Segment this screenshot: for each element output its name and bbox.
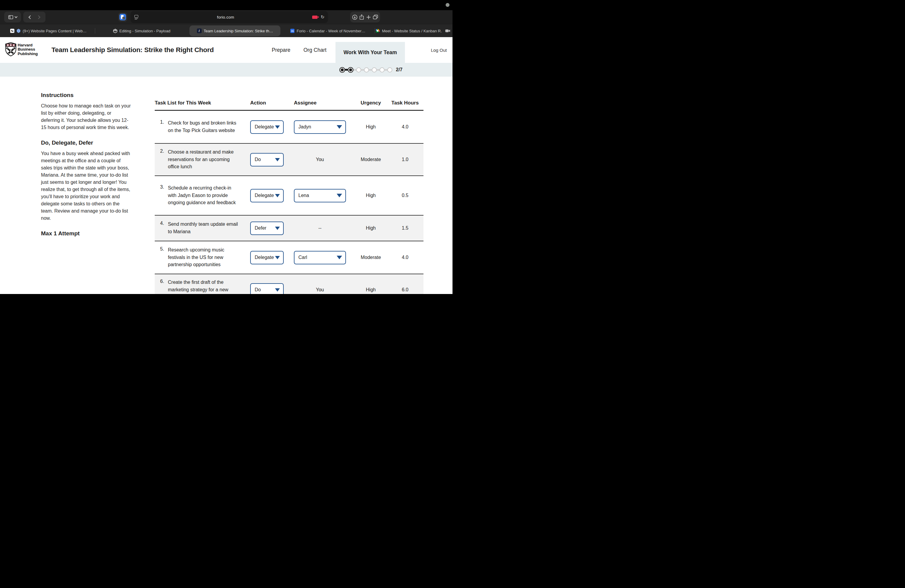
scenario-text: You have a busy week ahead packed with m… xyxy=(41,150,132,222)
hours-value: 4.0 xyxy=(387,255,424,260)
page-settings-icon[interactable] xyxy=(134,15,139,19)
tab-forio-calendar[interactable]: 31 Forio - Calendar - Week of November… xyxy=(282,25,373,36)
col-action-header: Action xyxy=(250,100,294,106)
assignee-dropdown[interactable]: Carl xyxy=(294,251,346,264)
action-dropdown[interactable]: Delegate xyxy=(250,189,284,202)
tab-team-leadership-sim-active[interactable]: / Team Leadership Simulation: Strike th… xyxy=(189,25,280,36)
progress-step-todo xyxy=(387,67,392,72)
dropdown-arrow-icon xyxy=(275,194,280,197)
tab-website-pages[interactable]: N (9+) Website Pages Content | Web… xyxy=(3,25,94,36)
tab-title: Editing - Simulation - Payload xyxy=(119,29,171,33)
hbp-logo: Harvard Business Publishing xyxy=(5,42,38,56)
do-delegate-defer-heading: Do, Delegate, Defer xyxy=(41,140,132,146)
sidebar-toggle-button[interactable] xyxy=(4,12,21,22)
hbp-logo-text: Harvard Business Publishing xyxy=(17,42,38,56)
tab-separator xyxy=(95,28,95,33)
page-header: Harvard Business Publishing Team Leaders… xyxy=(0,37,452,63)
hours-value: 4.0 xyxy=(387,124,424,130)
simulation-page: Harvard Business Publishing Team Leaders… xyxy=(0,37,452,294)
assignee-dropdown[interactable]: Lena xyxy=(294,189,346,202)
col-assignee-header: Assignee xyxy=(294,100,355,106)
password-extension-icon xyxy=(119,14,126,21)
history-nav-group xyxy=(23,12,46,22)
password-extension-button[interactable] xyxy=(118,13,127,22)
col-urgency-header: Urgency xyxy=(355,100,387,106)
dropdown-arrow-icon xyxy=(275,256,280,259)
logout-link[interactable]: Log Out xyxy=(431,37,447,63)
dropdown-arrow-icon xyxy=(275,126,280,129)
forio-slash-icon: / xyxy=(197,29,202,33)
task-number: 6. xyxy=(160,279,165,294)
google-meet-icon xyxy=(376,29,380,33)
toolbar-actions xyxy=(350,12,380,22)
task-text: Choose a restaurant and make reservation… xyxy=(168,148,238,171)
action-dropdown[interactable]: Do xyxy=(250,153,284,167)
tab-meet[interactable]: Meet - Website Status / Kanban R… xyxy=(376,25,450,36)
reload-icon[interactable]: ↻ xyxy=(321,14,324,20)
hours-value: 0.5 xyxy=(387,193,424,198)
new-tab-icon[interactable] xyxy=(366,15,371,19)
progress-connector xyxy=(377,69,379,71)
table-row: 6.Create the first draft of the marketin… xyxy=(155,273,424,294)
tab-title: Meet - Website Status / Kanban R… xyxy=(382,29,442,33)
browser-toolbar: forio.com ↻ xyxy=(0,10,452,24)
forward-icon[interactable] xyxy=(37,15,40,19)
url-bar[interactable]: forio.com ↻ xyxy=(130,11,328,23)
tab-separator xyxy=(375,28,375,33)
hours-value: 1.5 xyxy=(387,226,424,231)
nav-work-with-your-team[interactable]: Work With Your Team xyxy=(335,42,405,63)
sidebar-icon xyxy=(8,15,13,19)
back-icon[interactable] xyxy=(29,15,32,19)
payload-icon xyxy=(113,29,117,33)
urgency-value: Moderate xyxy=(355,157,387,162)
progress-step-done xyxy=(340,67,345,73)
notion-icon: N xyxy=(10,29,14,33)
task-number: 4. xyxy=(160,221,165,236)
urgency-value: High xyxy=(355,226,387,231)
nav-prepare[interactable]: Prepare xyxy=(272,37,290,63)
action-dropdown[interactable]: Delegate xyxy=(250,120,284,134)
share-icon[interactable] xyxy=(359,14,364,20)
task-text: Send monthly team update email to Marian… xyxy=(168,221,238,236)
progress-step-done xyxy=(348,67,353,73)
assignee-dropdown[interactable]: Jadyn xyxy=(294,120,346,134)
action-dropdown[interactable]: Do xyxy=(250,283,284,294)
instructions-heading: Instructions xyxy=(41,92,132,99)
progress-step-todo xyxy=(372,67,377,72)
table-row: 2.Choose a restaurant and make reservati… xyxy=(155,143,424,175)
camera-indicator-dot xyxy=(446,3,449,7)
task-number: 3. xyxy=(160,184,165,207)
task-text: Research upcoming music festivals in the… xyxy=(168,246,238,269)
tab-overview-icon[interactable] xyxy=(373,15,378,19)
globe-icon xyxy=(16,29,21,33)
tab-title: (9+) Website Pages Content | Web… xyxy=(23,29,87,33)
nav-org-chart[interactable]: Org Chart xyxy=(303,37,327,63)
tab-title: Team Leadership Simulation: Strike th… xyxy=(204,29,273,33)
progress-label: 2/7 xyxy=(396,67,403,72)
camera-active-icon[interactable] xyxy=(312,16,318,19)
tab-strip: N (9+) Website Pages Content | Web… Edit… xyxy=(0,24,452,37)
url-text: forio.com xyxy=(139,15,312,19)
hours-value: 1.0 xyxy=(387,157,424,162)
action-dropdown[interactable]: Defer xyxy=(250,222,284,235)
page-title: Team Leadership Simulation: Strike the R… xyxy=(51,37,214,63)
dropdown-arrow-icon xyxy=(275,227,280,230)
screen: forio.com ↻ N (9+) Website Pages Content… xyxy=(0,0,452,294)
dropdown-arrow-icon xyxy=(275,158,280,161)
assignee-value: You xyxy=(294,157,346,162)
tab-payload-editing[interactable]: Editing - Simulation - Payload xyxy=(96,25,187,36)
instructions-text: Choose how to manage each task on your l… xyxy=(41,102,132,131)
downloads-icon[interactable] xyxy=(352,15,357,20)
progress-step-todo xyxy=(379,67,384,72)
urgency-value: High xyxy=(355,124,387,130)
progress-connector xyxy=(353,69,356,71)
tab-title: Forio - Calendar - Week of November… xyxy=(297,29,365,33)
urgency-value: Moderate xyxy=(355,255,387,260)
action-dropdown[interactable]: Delegate xyxy=(250,251,284,264)
progress-connector xyxy=(384,69,387,71)
table-row: 3.Schedule a recurring check-in with Jad… xyxy=(155,175,424,215)
dropdown-arrow-icon xyxy=(337,194,342,197)
hbp-shield-icon xyxy=(5,42,16,56)
urgency-value: High xyxy=(355,287,387,292)
progress-connector xyxy=(361,69,364,71)
